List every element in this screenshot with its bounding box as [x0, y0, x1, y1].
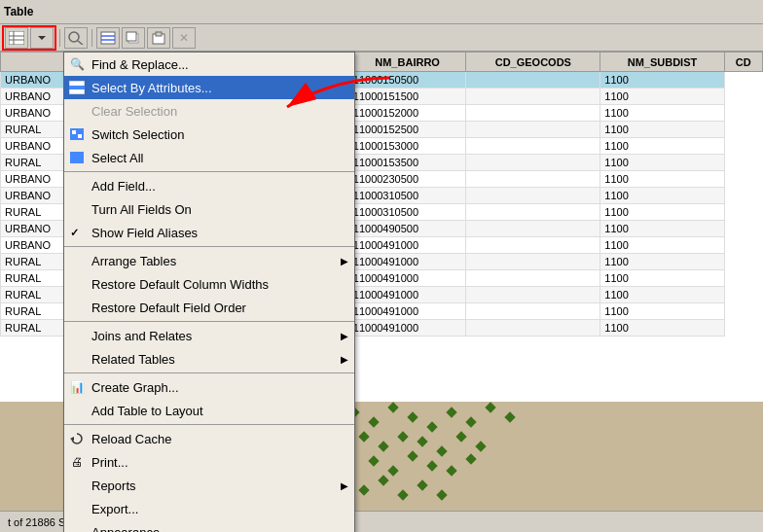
table-cell: 1100 — [600, 72, 724, 89]
table-cell: 1100 — [600, 122, 724, 138]
table-cell — [466, 188, 600, 204]
clear-selection-icon — [68, 102, 86, 120]
svg-rect-64 — [127, 32, 136, 41]
col-header-nm-bairro[interactable]: NM_BAIRRO — [348, 53, 466, 72]
menu-sep-2 — [64, 246, 354, 247]
menu-label-arrange-tables: Arrange Tables — [91, 254, 176, 268]
menu-item-appearance[interactable]: Appearance... — [64, 520, 354, 532]
menu-item-export[interactable]: Export... — [64, 497, 354, 520]
print-icon: 🖨 — [68, 453, 86, 471]
table-cell — [466, 155, 600, 171]
menu-item-print[interactable]: 🖨 Print... — [64, 450, 354, 474]
paste-button[interactable] — [147, 27, 170, 49]
menu-label-create-graph: Create Graph... — [91, 380, 179, 395]
table-cell: 11000310500 — [348, 188, 466, 204]
table-cell — [466, 320, 600, 337]
context-menu: 🔍 Find & Replace... Select By Attributes… — [63, 52, 355, 532]
menu-item-turn-all-fields[interactable]: Turn All Fields On — [64, 197, 354, 221]
table-cell: 11000491000 — [348, 270, 466, 287]
select-all-icon — [68, 149, 86, 166]
dropdown-arrow-button[interactable] — [30, 27, 54, 49]
table-cell: 1100 — [600, 270, 724, 287]
svg-rect-68 — [69, 86, 85, 89]
table-cell: 1100 — [600, 188, 724, 204]
menu-item-restore-field-order[interactable]: Restore Default Field Order — [64, 296, 354, 319]
table-cell — [466, 303, 600, 320]
table-icon-group[interactable] — [2, 25, 56, 51]
menu-item-create-graph[interactable]: 📊 Create Graph... — [64, 375, 354, 399]
submenu-arrow-arrange: ▶ — [341, 256, 348, 266]
menu-sep-1 — [64, 171, 354, 172]
menu-item-select-by-attrs[interactable]: Select By Attributes... — [64, 76, 354, 99]
menu-item-add-field[interactable]: Add Field... — [64, 174, 354, 197]
menu-label-add-table-to-layout: Add Table to Layout — [91, 404, 203, 418]
table-cell: 11000490500 — [348, 221, 466, 237]
menu-item-related-tables[interactable]: Related Tables ▶ — [64, 347, 354, 371]
menu-label-turn-all-fields: Turn All Fields On — [91, 202, 192, 217]
table-title: Table — [4, 5, 33, 18]
menu-item-reload-cache[interactable]: Reload Cache — [64, 427, 354, 450]
menu-label-appearance: Appearance... — [91, 525, 170, 533]
menu-label-reload-cache: Reload Cache — [91, 432, 171, 446]
menu-item-show-field-aliases[interactable]: ✓ Show Field Aliases — [64, 221, 354, 244]
find-replace-icon: 🔍 — [68, 55, 86, 73]
menu-item-add-table-to-layout[interactable]: Add Table to Layout — [64, 399, 354, 422]
select-attrs-button[interactable] — [96, 27, 120, 49]
toolbar-sep-2 — [91, 29, 92, 47]
table-cell: 11000153500 — [348, 155, 466, 171]
menu-label-restore-col-widths: Restore Default Column Widths — [91, 277, 269, 292]
menu-label-joins-and-relates: Joins and Relates — [91, 329, 192, 343]
menu-item-joins-and-relates[interactable]: Joins and Relates ▶ — [64, 324, 354, 347]
table-header: Table — [0, 0, 763, 24]
menu-label-restore-field-order: Restore Default Field Order — [91, 301, 246, 315]
col-header-cd[interactable]: CD — [724, 53, 762, 72]
svg-rect-60 — [101, 32, 115, 44]
svg-line-59 — [78, 41, 83, 45]
svg-rect-53 — [9, 31, 24, 45]
table-cell: 1100 — [600, 138, 724, 155]
submenu-arrow-reports: ▶ — [341, 480, 348, 491]
table-cell — [466, 171, 600, 188]
col-header-nm-subdist[interactable]: NM_SUBDIST — [600, 53, 724, 72]
menu-item-select-all[interactable]: Select All — [64, 146, 354, 169]
menu-label-clear-selection: Clear Selection — [91, 104, 177, 119]
table-cell: 11000491000 — [348, 303, 466, 320]
delete-button[interactable]: ✕ — [172, 27, 196, 49]
table-cell: 11000230500 — [348, 171, 466, 188]
table-cell — [466, 89, 600, 105]
table-cell — [466, 204, 600, 221]
svg-rect-72 — [70, 152, 84, 163]
select-by-attrs-icon — [68, 79, 86, 96]
toolbar: ✕ — [0, 24, 763, 52]
table-cell: 1100 — [600, 287, 724, 303]
table-cell: 11000491000 — [348, 287, 466, 303]
menu-item-switch-selection[interactable]: Switch Selection — [64, 123, 354, 146]
menu-label-related-tables: Related Tables — [91, 352, 175, 367]
menu-item-reports[interactable]: Reports ▶ — [64, 474, 354, 497]
table-cell: 11000150500 — [348, 72, 466, 89]
copy-button[interactable] — [122, 27, 145, 49]
table-cell — [466, 254, 600, 270]
table-cell: 1100 — [600, 303, 724, 320]
table-cell — [466, 122, 600, 138]
table-cell: 1100 — [600, 155, 724, 171]
table-cell: 11000151500 — [348, 89, 466, 105]
table-cell: 11000152500 — [348, 122, 466, 138]
menu-sep-5 — [64, 424, 354, 425]
table-cell: 1100 — [600, 320, 724, 337]
menu-item-restore-col-widths[interactable]: Restore Default Column Widths — [64, 272, 354, 296]
find-replace-button[interactable] — [64, 27, 88, 49]
menu-label-reports: Reports — [91, 479, 136, 493]
menu-label-select-all: Select All — [91, 151, 143, 165]
col-header-cd-geocods[interactable]: CD_GEOCODS — [466, 53, 600, 72]
table-cell: 11000310500 — [348, 204, 466, 221]
menu-item-arrange-tables[interactable]: Arrange Tables ▶ — [64, 249, 354, 272]
table-cell: 1100 — [600, 89, 724, 105]
menu-item-find-replace[interactable]: 🔍 Find & Replace... — [64, 53, 354, 76]
switch-selection-icon — [68, 125, 86, 143]
svg-rect-66 — [156, 32, 162, 36]
table-view-button[interactable] — [5, 27, 28, 49]
table-cell: 1100 — [600, 204, 724, 221]
menu-item-clear-selection: Clear Selection — [64, 99, 354, 123]
table-cell — [466, 270, 600, 287]
